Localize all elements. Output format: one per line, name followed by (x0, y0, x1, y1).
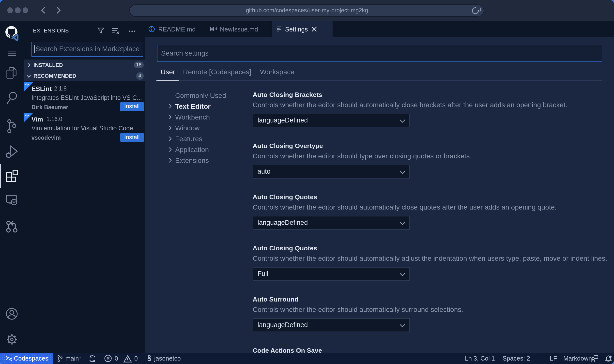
svg-text:M: M (210, 26, 214, 32)
